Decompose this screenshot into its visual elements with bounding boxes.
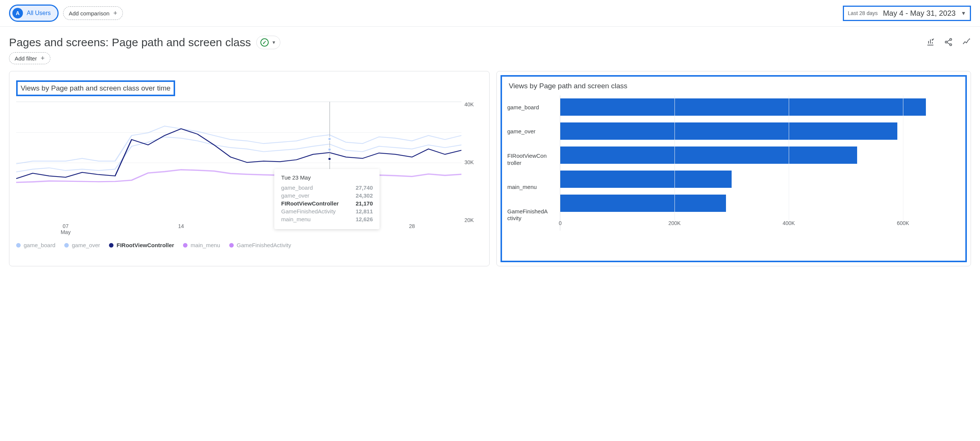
y-tick: 40K [465,102,482,108]
line-chart-area: 07May142128 Tue 23 May game_board27,740g… [16,102,482,236]
customize-report-icon[interactable] [926,38,935,48]
status-check-pill[interactable]: ✓ ▼ [256,36,280,49]
bar-label: game_board [507,104,556,111]
bar-chart-title: Views by Page path and screen class [507,82,960,90]
bar[interactable] [560,146,857,164]
share-icon[interactable] [944,38,953,48]
comparison-bar: A All Users Add comparison + Last 28 day… [0,0,980,27]
legend-label: main_menu [191,242,220,248]
check-circle-icon: ✓ [260,38,269,47]
bar-x-tick: 0 [559,220,562,226]
legend-dot-icon [109,243,113,247]
line-x-axis: 07May142128 [16,223,461,236]
bar-y-labels: game_boardgame_overFIRootViewControllerm… [507,95,560,231]
date-range-picker[interactable]: Last 28 days May 4 - May 31, 2023 ▼ [843,6,971,21]
segment-avatar: A [13,8,23,18]
tooltip-row: FIRootViewController21,170 [281,200,373,206]
hover-point [328,157,331,161]
legend-item[interactable]: FIRootViewController [109,242,174,248]
add-comparison-label: Add comparison [69,10,109,16]
hover-point [328,148,331,151]
hover-point [328,137,331,141]
bar-label: FIRootViewController [507,152,556,167]
x-tick: 07May [60,223,70,235]
chevron-down-icon: ▼ [961,10,966,16]
filter-row: Add filter + [0,51,980,71]
plus-icon: + [41,55,45,62]
line-chart-plot[interactable]: 07May142128 Tue 23 May game_board27,740g… [16,102,461,236]
segment-all-users[interactable]: A All Users [9,5,59,22]
x-tick: 28 [409,223,415,229]
bar-label: main_menu [507,184,556,191]
plus-icon: + [113,10,117,16]
legend-item[interactable]: game_board [16,242,55,248]
date-range-value: May 4 - May 31, 2023 [883,9,956,17]
legend-label: game_board [24,242,55,248]
tooltip-date: Tue 23 May [281,174,373,181]
bar-x-tick: 200K [668,220,681,226]
tooltip-row: GameFinishedActivity12,811 [281,208,373,214]
tooltip-row: game_board27,740 [281,184,373,191]
bar-plot: 0200K400K600K [560,95,960,231]
page-title: Pages and screens: Page path and screen … [9,36,251,49]
bar-label: GameFinishedActivity [507,208,556,222]
topbar-left: A All Users Add comparison + [9,5,123,22]
chevron-down-icon: ▼ [272,40,276,45]
legend-item[interactable]: GameFinishedActivity [229,242,291,248]
page-header: Pages and screens: Page path and screen … [0,27,980,51]
line-chart-legend: game_boardgame_overFIRootViewControllerm… [16,242,482,248]
bar-row [560,195,726,212]
insights-icon[interactable] [962,38,971,48]
bar-row [560,122,897,140]
hover-tooltip: Tue 23 May game_board27,740game_over24,3… [274,169,380,229]
bar[interactable] [560,122,897,140]
title-wrap: Pages and screens: Page path and screen … [9,36,280,49]
legend-item[interactable]: game_over [64,242,100,248]
header-actions [926,38,971,48]
line-chart-card: Views by Page path and screen class over… [9,71,490,267]
legend-label: game_over [72,242,100,248]
legend-dot-icon [229,243,234,247]
segment-label: All Users [27,10,51,16]
line-chart-title: Views by Page path and screen class over… [16,80,175,96]
bar-row [560,146,857,164]
bar-chart-card: Views by Page path and screen class game… [496,71,971,267]
cards-row: Views by Page path and screen class over… [0,71,980,275]
add-filter-button[interactable]: Add filter + [9,52,50,64]
legend-dot-icon [16,243,21,247]
bar[interactable] [560,98,926,116]
bar-x-axis: 0200K400K600K [560,220,960,231]
y-tick: 30K [465,159,482,165]
bar[interactable] [560,171,732,188]
x-tick: 14 [178,223,184,229]
add-filter-label: Add filter [15,55,37,62]
bar-row [560,98,926,116]
legend-dot-icon [183,243,188,247]
add-comparison-button[interactable]: Add comparison + [63,6,123,20]
date-range-prefix: Last 28 days [848,10,877,16]
bar-x-tick: 600K [897,220,909,226]
bar-label: game_over [507,128,556,135]
bar-chart-area[interactable]: game_boardgame_overFIRootViewControllerm… [507,95,960,231]
tooltip-row: main_menu12,626 [281,216,373,222]
bar-x-tick: 400K [783,220,795,226]
y-tick: 20K [465,217,482,223]
legend-label: FIRootViewController [116,242,174,248]
legend-label: GameFinishedActivity [237,242,291,248]
bar[interactable] [560,195,726,212]
line-y-axis: 40K30K20K [461,102,482,236]
legend-item[interactable]: main_menu [183,242,220,248]
legend-dot-icon [64,243,69,247]
tooltip-row: game_over24,302 [281,192,373,199]
bar-row [560,171,732,188]
